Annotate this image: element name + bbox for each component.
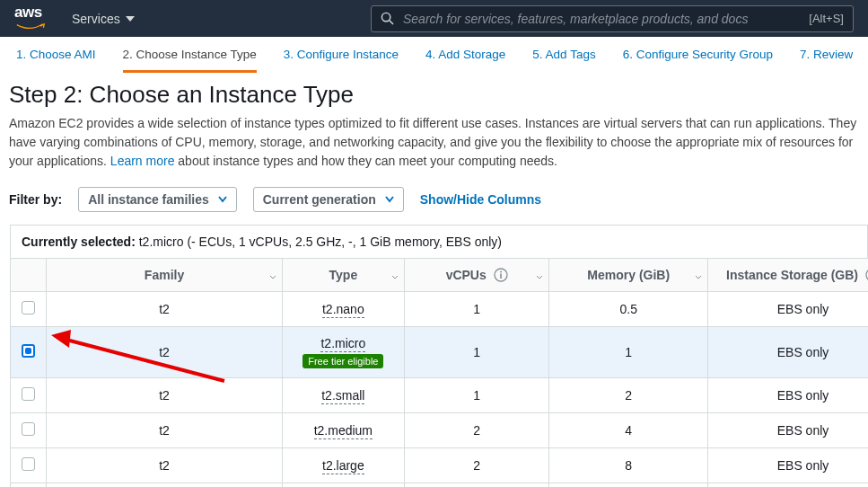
current-selection-bar: Currently selected: t2.micro (- ECUs, 1 … [10,225,868,258]
cell-storage: EBS only [708,413,868,448]
desc-text-b: about instance types and how they can me… [178,154,557,168]
family-filter-dropdown[interactable]: All instance families [78,187,237,212]
table-row[interactable]: t2t2.xlarge416EBS only [11,483,869,488]
cell-storage: EBS only [708,378,868,413]
wizard-step-6[interactable]: 6. Configure Security Group [623,48,773,73]
family-filter-value: All instance families [88,192,209,207]
sort-icon[interactable] [269,268,276,282]
table-row[interactable]: t2t2.large28EBS only [11,448,869,483]
show-hide-columns-link[interactable]: Show/Hide Columns [420,192,541,207]
generation-filter-dropdown[interactable]: Current generation [253,187,404,212]
global-search[interactable]: [Alt+S] [371,5,854,32]
row-checkbox[interactable] [22,301,35,314]
cell-type: t2.nano [282,292,404,327]
cell-type: t2.medium [282,413,404,448]
col-vcpus[interactable]: vCPUs [404,259,548,292]
search-icon [381,12,394,25]
current-selection-value: t2.micro (- ECUs, 1 vCPUs, 2.5 GHz, -, 1… [139,235,502,249]
row-checkbox[interactable] [22,387,35,401]
wizard-steps: 1. Choose AMI2. Choose Instance Type3. C… [0,37,868,74]
wizard-step-2[interactable]: 2. Choose Instance Type [123,48,257,73]
cell-memory: 2 [549,378,708,413]
sort-icon[interactable] [536,268,543,282]
search-input[interactable] [403,12,800,26]
cell-memory: 16 [549,483,708,488]
cell-vcpus: 4 [404,483,548,488]
row-checkbox[interactable] [22,344,35,358]
aws-smile-icon [14,23,47,31]
caret-down-icon [126,14,135,23]
cell-family: t2 [47,378,282,413]
cell-storage: EBS only [708,483,868,488]
current-selection-label: Currently selected: [22,235,136,249]
row-checkbox[interactable] [22,457,35,471]
sort-icon[interactable] [695,268,702,282]
learn-more-link[interactable]: Learn more [110,154,175,168]
cell-family: t2 [47,448,282,483]
filter-label: Filter by: [9,192,62,207]
wizard-step-1[interactable]: 1. Choose AMI [16,48,96,73]
svg-rect-4 [500,274,502,279]
cell-type: t2.small [282,378,404,413]
cell-type: t2.large [282,448,404,483]
chevron-down-icon [218,195,227,204]
aws-header: aws Services [Alt+S] [0,0,868,37]
cell-storage: EBS only [708,327,868,378]
info-icon[interactable] [494,268,508,282]
free-tier-badge: Free tier eligible [302,354,383,368]
cell-memory: 1 [549,327,708,378]
page-description: Amazon EC2 provides a wide selection of … [9,114,868,171]
aws-logo[interactable]: aws [14,4,47,32]
cell-vcpus: 1 [404,378,548,413]
cell-memory: 8 [549,448,708,483]
cell-memory: 4 [549,413,708,448]
table-row[interactable]: t2t2.small12EBS only [11,378,869,413]
wizard-step-4[interactable]: 4. Add Storage [425,48,505,73]
instance-type-table: Family Type vCPUs Memory (GiB) [10,258,868,487]
col-type[interactable]: Type [282,259,404,292]
page-content: Step 2: Choose an Instance Type Amazon E… [0,74,868,487]
chevron-down-icon [385,195,394,204]
cell-vcpus: 2 [404,413,548,448]
cell-storage: EBS only [708,448,868,483]
table-row[interactable]: t2t2.nano10.5EBS only [11,292,869,327]
row-checkbox[interactable] [22,422,35,436]
generation-filter-value: Current generation [263,192,376,207]
filter-row: Filter by: All instance families Current… [9,171,868,225]
table-row[interactable]: t2t2.microFree tier eligible11EBS only [11,327,869,378]
cell-vcpus: 2 [404,448,548,483]
col-memory[interactable]: Memory (GiB) [549,259,708,292]
services-label: Services [72,12,120,26]
cell-family: t2 [47,292,282,327]
col-select [11,259,47,292]
cell-vcpus: 1 [404,327,548,378]
table-row[interactable]: t2t2.medium24EBS only [11,413,869,448]
col-family[interactable]: Family [47,259,282,292]
col-storage[interactable]: Instance Storage (GB) [708,259,868,292]
cell-type: t2.xlarge [282,483,404,488]
cell-memory: 0.5 [549,292,708,327]
wizard-step-3[interactable]: 3. Configure Instance [284,48,399,73]
cell-family: t2 [47,327,282,378]
svg-point-0 [381,13,390,21]
wizard-step-7[interactable]: 7. Review [800,48,853,73]
services-menu[interactable]: Services [72,12,135,26]
cell-storage: EBS only [708,292,868,327]
cell-family: t2 [47,483,282,488]
cell-type: t2.microFree tier eligible [282,327,404,378]
cell-family: t2 [47,413,282,448]
sort-icon[interactable] [391,268,399,282]
svg-line-1 [390,21,393,24]
search-shortcut: [Alt+S] [809,12,844,25]
wizard-step-5[interactable]: 5. Add Tags [532,48,595,73]
cell-vcpus: 1 [404,292,548,327]
svg-point-3 [500,271,502,273]
page-title: Step 2: Choose an Instance Type [9,81,868,109]
